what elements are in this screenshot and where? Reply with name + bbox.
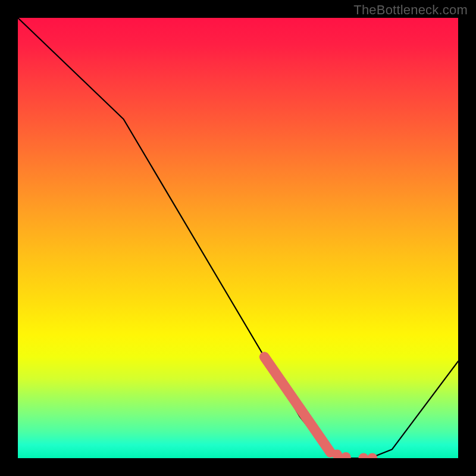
highlight-dots	[332, 450, 377, 458]
plot-area	[18, 18, 458, 458]
highlight-dot	[341, 452, 351, 458]
highlight-dot	[367, 453, 377, 459]
watermark-text: TheBottleneck.com	[353, 2, 468, 18]
chart-overlay	[18, 18, 458, 458]
curve-line	[18, 18, 458, 458]
highlight-dot	[358, 453, 368, 459]
highlight-segment	[264, 357, 330, 453]
